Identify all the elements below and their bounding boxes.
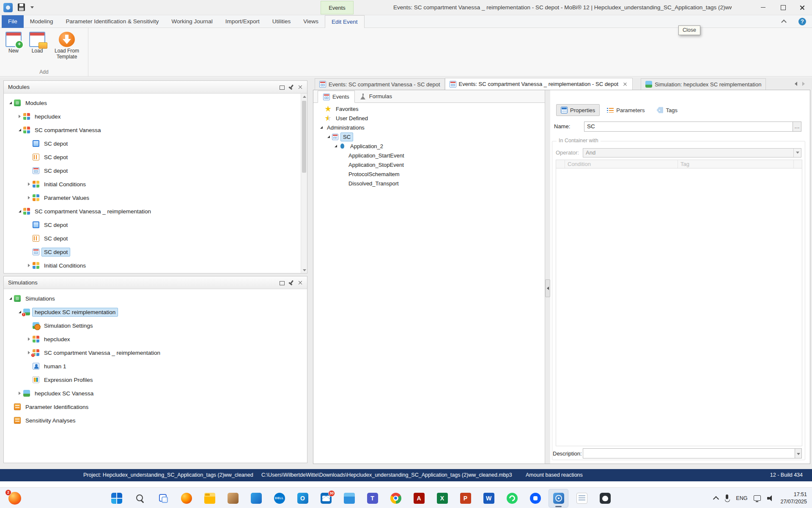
tree-item-sc-depot[interactable]: SC depot	[4, 150, 299, 164]
tree-item-favorites[interactable]: Favorites	[315, 104, 545, 113]
pin-panel-icon[interactable]	[285, 276, 297, 288]
menu-tab-utilities[interactable]: Utilities	[266, 15, 297, 28]
pin-panel-icon[interactable]	[285, 81, 297, 93]
taskbar-dell-icon[interactable]: DELL	[269, 489, 289, 508]
editor-tab-formulas[interactable]: Formulas	[355, 90, 397, 102]
tree-item-modules[interactable]: Modules	[4, 96, 299, 110]
tree-item-simulation-settings[interactable]: Simulation Settings	[4, 319, 299, 332]
tab-scroll-left-icon[interactable]	[793, 81, 798, 86]
tree-item-initial-conditions[interactable]: Initial Conditions	[4, 177, 299, 191]
close-panel-icon[interactable]	[296, 83, 304, 91]
help-icon[interactable]	[798, 18, 806, 25]
tree-item-application-startevent[interactable]: Application_StartEvent	[315, 151, 545, 160]
tree-item-sc-compartment-vanessa-reimplementation[interactable]: SC compartment Vanessa _ reimplementatio…	[4, 204, 299, 218]
ribbon-button-load-from-template[interactable]: Load From Template	[50, 30, 84, 61]
tree-item-dissolved-transport[interactable]: Dissolved_Transport	[315, 179, 545, 188]
taskbar-word-icon[interactable]: W	[479, 489, 499, 508]
tree-item-user-defined[interactable]: User Defined	[315, 113, 545, 123]
expander-icon[interactable]	[16, 113, 23, 120]
taskbar-teams-icon[interactable]: T	[362, 489, 382, 508]
taskbar-github-icon[interactable]	[595, 489, 615, 508]
expander-icon[interactable]	[318, 124, 324, 131]
menu-tab-working-journal[interactable]: Working Journal	[165, 15, 219, 28]
taskbar-folder-blue-icon[interactable]	[339, 489, 359, 508]
expander-icon[interactable]	[16, 390, 23, 397]
expander-icon[interactable]	[332, 143, 339, 149]
maximize-icon[interactable]	[773, 0, 793, 15]
tree-item-hepcludex[interactable]: hepcludex	[4, 110, 299, 123]
taskbar-acrobat-icon[interactable]: A	[409, 489, 429, 508]
menu-tab-parameter-identification-sensitivity[interactable]: Parameter Identification & Sensitivity	[60, 15, 165, 28]
menu-tab-file[interactable]: File	[2, 15, 24, 28]
maximize-panel-icon[interactable]	[277, 83, 286, 91]
expander-icon[interactable]	[16, 127, 23, 133]
display-icon[interactable]	[754, 495, 761, 501]
maximize-panel-icon[interactable]	[277, 279, 286, 287]
description-input[interactable]	[583, 448, 795, 458]
modules-scrollbar[interactable]	[301, 94, 307, 273]
tree-item-application-stopevent[interactable]: Application_StopEvent	[315, 160, 545, 169]
taskbar-widgets-icon[interactable]: 2	[6, 491, 23, 505]
menu-tab-views[interactable]: Views	[297, 15, 325, 28]
properties-tab-parameters[interactable]: Parameters	[602, 104, 649, 116]
description-dropdown-icon[interactable]	[795, 448, 802, 458]
tree-item-sc-compartment-vanessa[interactable]: SC compartment Vanessa	[4, 123, 299, 137]
tree-item-parameter-values[interactable]: Parameter Values	[4, 191, 299, 204]
taskbar-chrome-icon[interactable]	[386, 489, 406, 508]
tree-item-hepcludex-sc-vanessa[interactable]: hepcludex SC Vanessa	[4, 387, 299, 400]
taskbar-notepad-icon[interactable]	[572, 489, 592, 508]
scroll-thumb[interactable]	[302, 101, 306, 173]
taskbar-task-view-icon[interactable]	[153, 489, 173, 508]
tree-item-sc-depot[interactable]: SC depot	[4, 245, 299, 259]
microphone-icon[interactable]	[724, 494, 730, 502]
taskbar-powerpoint-icon[interactable]: P	[455, 489, 475, 508]
tree-item-sc-depot[interactable]: SC depot	[4, 232, 299, 245]
conditions-grid-body[interactable]	[556, 168, 802, 446]
menu-tab-edit-event[interactable]: Edit Event	[325, 15, 365, 28]
operator-dropdown[interactable]: And	[583, 148, 801, 157]
taskbar-app-blue-icon[interactable]	[246, 489, 266, 508]
scroll-up-icon[interactable]	[301, 94, 307, 100]
grid-header-tag[interactable]: Tag	[678, 160, 793, 168]
close-icon[interactable]	[793, 0, 812, 15]
name-input[interactable]	[584, 121, 793, 132]
taskbar-excel-icon[interactable]: X	[432, 489, 452, 508]
properties-tab-properties[interactable]: Properties	[556, 104, 600, 116]
expander-icon[interactable]	[26, 181, 32, 188]
expander-icon[interactable]	[26, 336, 32, 342]
tree-item-initial-conditions[interactable]: Initial Conditions	[4, 259, 299, 272]
tree-item-simulations[interactable]: Simulations	[4, 292, 299, 305]
expander-icon[interactable]	[16, 208, 23, 215]
taskbar-firefox-icon[interactable]	[176, 489, 196, 508]
editor-tab-events[interactable]: Events	[318, 91, 355, 103]
taskbar-outlook-icon[interactable]: O	[293, 489, 313, 508]
clock[interactable]: 17:51 27/07/2025	[780, 491, 807, 505]
tree-item-sc-depot[interactable]: SC depot	[4, 164, 299, 177]
expander-icon[interactable]	[7, 99, 14, 106]
tree-item-human-1[interactable]: human 1	[4, 359, 299, 373]
taskbar-whatsapp-icon[interactable]	[502, 489, 522, 508]
ribbon-button-new[interactable]: New	[3, 30, 25, 55]
language-indicator[interactable]: ENG	[736, 495, 747, 501]
pane-splitter[interactable]	[545, 90, 550, 464]
tree-item-sc-depot[interactable]: SC depot	[4, 218, 299, 232]
speaker-icon[interactable]	[767, 495, 774, 501]
mobi-app-icon[interactable]	[3, 3, 13, 12]
taskbar-start-icon[interactable]	[107, 489, 126, 508]
tree-item-sc[interactable]: SC	[315, 132, 545, 141]
expander-icon[interactable]	[7, 295, 14, 302]
quick-access-dropdown-icon[interactable]	[30, 6, 34, 8]
tree-item-sensitivity-analyses[interactable]: Sensitivity Analyses	[4, 414, 299, 427]
menu-tab-import-export[interactable]: Import/Export	[219, 15, 266, 28]
document-tab-events-sc-compartment-vanessa-reimplementation-sc-depot[interactable]: Events: SC compartment Vanessa _ reimple…	[445, 78, 633, 90]
tab-scroll-right-icon[interactable]	[801, 81, 806, 86]
tree-item-protocolschemaitem[interactable]: ProtocolSchemaItem	[315, 169, 545, 179]
close-tab-icon[interactable]	[622, 81, 628, 87]
tree-item-hepcludex[interactable]: hepcludex	[4, 332, 299, 346]
taskbar-file-explorer-icon[interactable]	[200, 489, 219, 508]
collapse-pane-button[interactable]	[545, 279, 550, 297]
menu-tab-modeling[interactable]: Modeling	[24, 15, 60, 28]
tree-item-application-2[interactable]: Application_2	[315, 141, 545, 151]
taskbar-mobi-icon[interactable]	[549, 489, 568, 508]
document-tab-events-sc-compartment-vanessa-sc-depot[interactable]: Events: SC compartment Vanessa - SC depo…	[315, 78, 445, 90]
